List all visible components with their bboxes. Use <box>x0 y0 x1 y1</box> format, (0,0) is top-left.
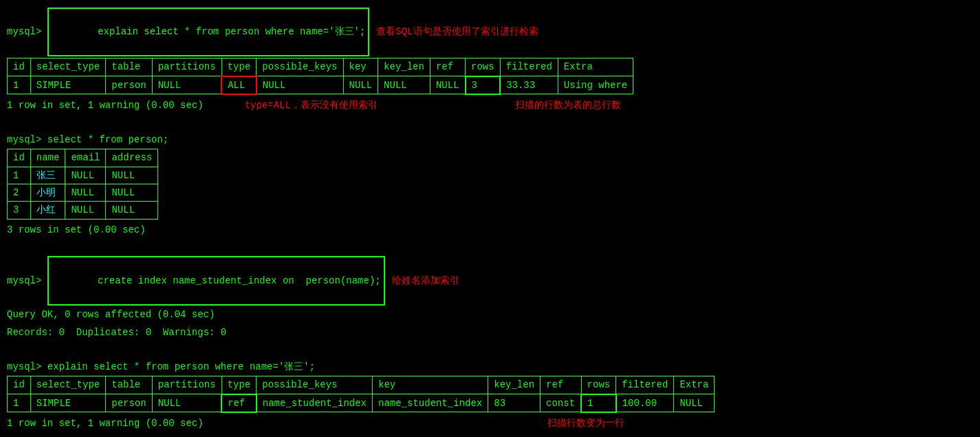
result-line-3b: Records: 0 Duplicates: 0 Warnings: 0 <box>7 323 973 341</box>
table2-header-row: id name email address <box>8 149 158 167</box>
col3-rows: rows <box>581 376 616 394</box>
col3-id: id <box>8 376 31 394</box>
cell3-key: name_student_index <box>373 394 488 412</box>
col-id: id <box>8 58 31 76</box>
section-select: mysql> select * from person; id name ema… <box>7 116 973 239</box>
col2-address: address <box>106 149 158 167</box>
cell-select-type: SIMPLE <box>30 76 105 94</box>
cmd-text-3: create index name_student_index on perso… <box>98 275 381 286</box>
section-explain2: mysql> explain select * from person wher… <box>7 343 973 432</box>
cell-key: NULL <box>343 76 378 94</box>
table-header-row-1: id select_type table partitions type pos… <box>8 58 633 76</box>
col3-select-type: select_type <box>30 376 105 394</box>
col3-key: key <box>373 376 488 394</box>
cell2-address-2: NULL <box>106 184 158 201</box>
annotation-create-index: 给姓名添加索引 <box>392 273 459 288</box>
col3-partitions: partitions <box>152 376 221 394</box>
col-ref: ref <box>430 58 465 76</box>
blank-line-1 <box>7 116 973 131</box>
col3-type: type <box>221 376 257 394</box>
command-line-2: mysql> select * from person; <box>7 132 973 147</box>
cell2-name-3: 小红 <box>30 202 65 219</box>
table2-row-3: 3 小红 NULL NULL <box>8 202 158 219</box>
cell-partitions: NULL <box>152 76 221 94</box>
cell3-extra: NULL <box>674 394 715 412</box>
select-table: id name email address 1 张三 NULL NULL 2 小… <box>7 149 158 220</box>
table2-row-2: 2 小明 NULL NULL <box>8 184 158 201</box>
cell2-email-2: NULL <box>65 184 106 201</box>
cell2-id-3: 3 <box>8 202 31 219</box>
col-type: type <box>221 58 257 76</box>
col2-name: name <box>30 149 65 167</box>
prompt-2: mysql> <box>7 132 41 147</box>
cell2-address-1: NULL <box>106 167 158 184</box>
col3-possible-keys: possible_keys <box>257 376 373 394</box>
prompt-4: mysql> <box>7 359 41 374</box>
table-data-row-1: 1 SIMPLE person NULL ALL NULL NULL NULL … <box>8 76 633 94</box>
col-key: key <box>343 58 378 76</box>
terminal: mysql> explain select * from person wher… <box>0 0 980 437</box>
cell2-name-1: 张三 <box>30 167 65 184</box>
prompt-3: mysql> <box>7 273 41 288</box>
cell-rows-highlight: 3 <box>466 76 501 94</box>
col-filtered: filtered <box>500 58 558 76</box>
table3-data-row: 1 SIMPLE person NULL ref name_student_in… <box>8 394 715 412</box>
annotation-rows-total: 扫描的行数为表的总行数 <box>515 98 621 113</box>
section-explain1: mysql> explain select * from person wher… <box>7 8 973 114</box>
cell-filtered: 33.33 <box>500 76 558 94</box>
cell2-id-2: 2 <box>8 184 31 201</box>
command-line-4: mysql> explain select * from person wher… <box>7 359 973 374</box>
cell2-email-1: NULL <box>65 167 106 184</box>
cell-table: person <box>106 76 152 94</box>
command-line-1: mysql> explain select * from person wher… <box>7 8 973 56</box>
cmd-text-2: select * from person; <box>47 132 168 147</box>
cell-type-highlight: ALL <box>221 76 257 94</box>
col-extra: Extra <box>558 58 633 76</box>
col2-id: id <box>8 149 31 167</box>
command-box-1: explain select * from person where name=… <box>47 8 369 56</box>
blank-line-3 <box>7 343 973 359</box>
result-info-4: 1 row in set, 1 warning (0.00 sec) <box>7 416 204 431</box>
cell3-ref: const <box>541 394 582 412</box>
annotation-scan-one-row: 扫描行数变为一行 <box>547 416 624 431</box>
cell3-type-highlight: ref <box>221 394 257 412</box>
col-table: table <box>106 58 152 76</box>
annotation-type-all: type=ALL，表示没有使用索引 <box>245 98 378 113</box>
annotation-explain1: 查看SQL语句是否使用了索引进行检索 <box>376 24 538 39</box>
last-prompt: mysql> <box>7 434 41 437</box>
table2-container: id name email address 1 张三 NULL NULL 2 小… <box>7 149 973 220</box>
cell3-filtered: 100.00 <box>616 394 674 412</box>
result-info-2: 3 rows in set (0.00 sec) <box>7 222 146 237</box>
cell-ref: NULL <box>430 76 465 94</box>
col3-ref: ref <box>541 376 582 394</box>
cell2-address-3: NULL <box>106 202 158 219</box>
last-prompt-line: mysql> <box>7 434 973 437</box>
col-select-type: select_type <box>30 58 105 76</box>
cell-possible-keys: NULL <box>257 76 343 94</box>
section-create-index: mysql> create index name_student_index o… <box>7 241 973 341</box>
col-possible-keys: possible_keys <box>257 58 343 76</box>
blank-line-2 <box>7 241 973 256</box>
cell2-email-3: NULL <box>65 202 106 219</box>
cell3-possible-keys: name_student_index <box>257 394 373 412</box>
table2-row-1: 1 张三 NULL NULL <box>8 167 158 184</box>
cell3-partitions: NULL <box>152 394 221 412</box>
table1-container: id select_type table partitions type pos… <box>7 58 973 95</box>
explain-table-2: id select_type table partitions type pos… <box>7 376 715 413</box>
cell3-select-type: SIMPLE <box>30 394 105 412</box>
result-line-4: 1 row in set, 1 warning (0.00 sec) 扫描行数变… <box>7 414 973 432</box>
cell-extra: Using where <box>558 76 633 94</box>
table3-header-row: id select_type table partitions type pos… <box>8 376 715 394</box>
cell-key-len: NULL <box>378 76 431 94</box>
result-line-2: 3 rows in set (0.00 sec) <box>7 221 973 239</box>
col2-email: email <box>65 149 106 167</box>
result-line-3a: Query OK, 0 rows affected (0.04 sec) <box>7 306 973 323</box>
col3-extra: Extra <box>674 376 715 394</box>
result-info-3a: Query OK, 0 rows affected (0.04 sec) <box>7 307 215 322</box>
result-info-1: 1 row in set, 1 warning (0.00 sec) <box>7 98 204 113</box>
cell3-rows-highlight: 1 <box>581 394 616 412</box>
cell2-id-1: 1 <box>8 167 31 184</box>
cell-id: 1 <box>8 76 31 94</box>
cell3-id: 1 <box>8 394 31 412</box>
table3-container: id select_type table partitions type pos… <box>7 376 973 413</box>
